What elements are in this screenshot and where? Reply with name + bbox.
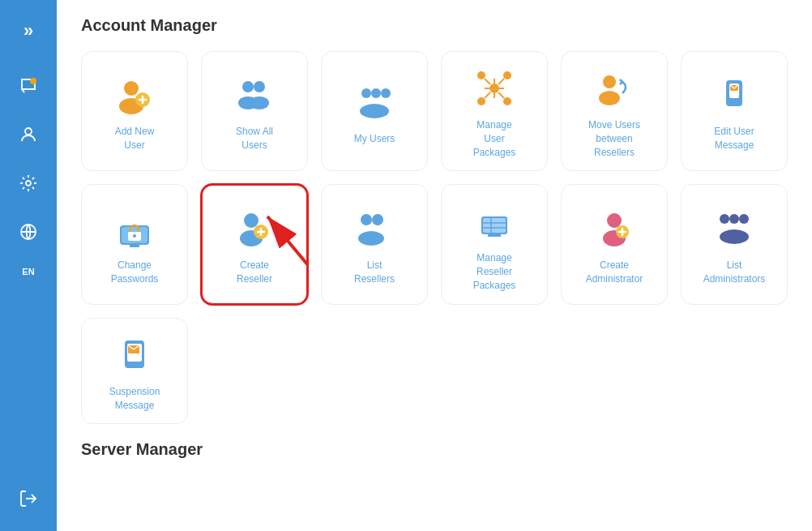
list-administrators-label: ListAdministrators [703,259,766,286]
card-my-users[interactable]: My Users [321,51,428,171]
edit-user-message-label: Edit UserMessage [714,125,754,152]
svg-point-47 [372,214,383,225]
svg-point-1 [25,128,32,135]
list-resellers-label: ListResellers [354,259,395,286]
svg-point-20 [503,71,511,79]
card-list-resellers[interactable]: ListResellers [321,184,428,304]
manage-user-packages-label: ManageUserPackages [473,118,516,159]
account-manager-row1: Add NewUser Show AllUsers [81,51,788,171]
account-manager-row2: ChangePasswords CreateReseller [81,184,788,304]
svg-point-16 [381,88,391,98]
svg-point-46 [361,214,372,225]
my-users-label: My Users [354,132,395,146]
svg-point-63 [720,229,749,244]
svg-point-31 [603,75,616,88]
sidebar-item-chat[interactable] [8,66,49,106]
server-manager-title: Server Manager [81,440,788,459]
main-content: Account Manager Add NewUser [57,0,812,531]
svg-point-32 [599,91,620,105]
suspension-message-label: SuspensionMessage [109,385,160,413]
create-administrator-icon [592,207,636,251]
show-all-users-icon [233,73,276,117]
svg-point-40 [133,234,136,238]
card-move-users[interactable]: Move UsersbetweenResellers [561,51,668,171]
sidebar: » EN [0,0,57,531]
svg-point-5 [124,81,139,96]
svg-point-11 [254,81,265,92]
edit-user-message-icon [712,73,756,117]
svg-point-15 [371,88,381,98]
create-administrator-label: CreateAdministrator [586,259,643,286]
card-create-reseller[interactable]: CreateReseller [201,184,308,304]
svg-point-10 [242,81,254,92]
sidebar-item-user[interactable] [8,114,49,155]
svg-point-62 [739,214,749,224]
my-users-icon [353,80,396,124]
sidebar-item-settings[interactable] [8,163,49,203]
svg-point-48 [358,231,384,246]
show-all-users-label: Show AllUsers [236,125,273,152]
svg-point-17 [360,104,389,118]
add-new-user-icon [113,73,156,117]
card-edit-user-message[interactable]: Edit UserMessage [681,51,788,171]
svg-point-19 [477,71,485,79]
suspension-message-icon [113,333,156,377]
manage-reseller-packages-icon [472,199,516,243]
list-administrators-icon [712,207,756,251]
svg-point-2 [26,181,31,186]
sidebar-item-globe[interactable] [8,212,49,252]
manage-user-packages-icon [472,66,516,110]
add-new-user-label: Add NewUser [115,125,155,152]
card-manage-reseller-packages[interactable]: ManageResellerPackages [441,184,548,304]
card-show-all-users[interactable]: Show AllUsers [201,51,308,171]
change-passwords-icon [113,207,156,251]
sidebar-logout[interactable] [8,478,49,519]
svg-rect-50 [483,218,506,233]
svg-point-55 [607,213,622,228]
svg-point-14 [361,88,371,98]
move-users-icon [592,66,636,110]
card-add-new-user[interactable]: Add NewUser [81,51,188,171]
svg-point-18 [489,84,499,93]
card-suspension-message[interactable]: SuspensionMessage [81,318,188,425]
svg-rect-54 [488,234,501,237]
sidebar-logo[interactable]: » [24,12,33,58]
create-reseller-label: CreateReseller [237,259,272,286]
move-users-label: Move UsersbetweenResellers [588,118,640,159]
svg-line-30 [498,92,504,98]
list-resellers-icon [353,207,396,251]
svg-point-22 [503,97,511,105]
sidebar-lang[interactable]: EN [22,260,34,283]
svg-point-21 [477,97,485,105]
card-manage-user-packages[interactable]: ManageUserPackages [441,51,548,171]
change-passwords-label: ChangePasswords [111,259,159,286]
card-change-passwords[interactable]: ChangePasswords [81,184,188,304]
svg-line-29 [485,92,490,98]
svg-point-13 [250,96,269,109]
svg-line-28 [498,79,504,84]
svg-point-0 [30,78,36,84]
card-list-administrators[interactable]: ListAdministrators [681,184,788,304]
account-manager-row3: SuspensionMessage [81,318,788,425]
card-create-administrator[interactable]: CreateAdministrator [561,184,668,304]
svg-rect-38 [130,245,139,247]
svg-point-60 [720,214,729,224]
create-reseller-icon [233,207,276,251]
svg-point-41 [244,213,259,228]
manage-reseller-packages-label: ManageResellerPackages [473,251,516,292]
svg-point-61 [729,214,739,224]
account-manager-title: Account Manager [81,16,788,35]
svg-line-27 [485,79,490,84]
